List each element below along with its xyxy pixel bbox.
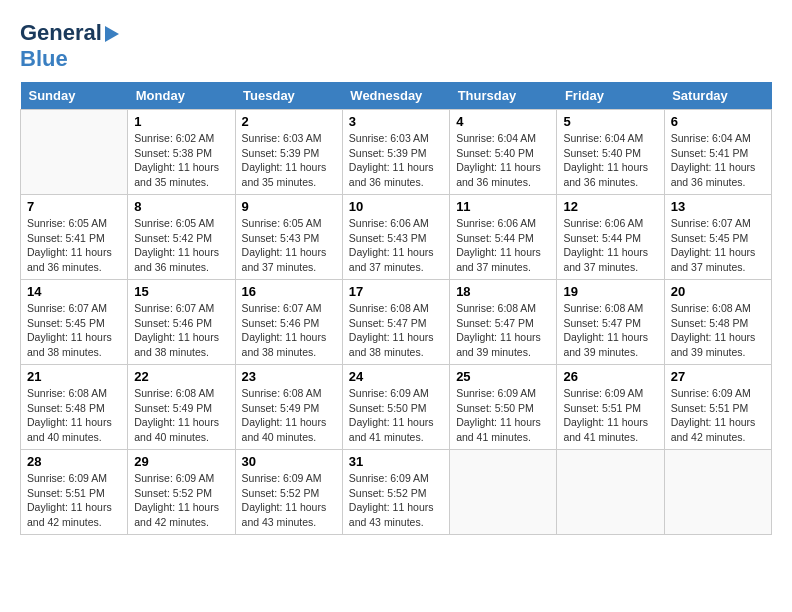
day-info: Sunrise: 6:04 AM Sunset: 5:41 PM Dayligh…	[671, 131, 765, 190]
day-info: Sunrise: 6:03 AM Sunset: 5:39 PM Dayligh…	[349, 131, 443, 190]
day-info: Sunrise: 6:05 AM Sunset: 5:42 PM Dayligh…	[134, 216, 228, 275]
calendar-cell: 3Sunrise: 6:03 AM Sunset: 5:39 PM Daylig…	[342, 110, 449, 195]
calendar-cell: 8Sunrise: 6:05 AM Sunset: 5:42 PM Daylig…	[128, 195, 235, 280]
day-number: 14	[27, 284, 121, 299]
calendar-cell: 11Sunrise: 6:06 AM Sunset: 5:44 PM Dayli…	[450, 195, 557, 280]
day-info: Sunrise: 6:09 AM Sunset: 5:52 PM Dayligh…	[134, 471, 228, 530]
day-info: Sunrise: 6:07 AM Sunset: 5:46 PM Dayligh…	[134, 301, 228, 360]
day-info: Sunrise: 6:09 AM Sunset: 5:50 PM Dayligh…	[349, 386, 443, 445]
calendar-cell: 4Sunrise: 6:04 AM Sunset: 5:40 PM Daylig…	[450, 110, 557, 195]
calendar-cell: 1Sunrise: 6:02 AM Sunset: 5:38 PM Daylig…	[128, 110, 235, 195]
day-info: Sunrise: 6:09 AM Sunset: 5:52 PM Dayligh…	[242, 471, 336, 530]
day-info: Sunrise: 6:09 AM Sunset: 5:50 PM Dayligh…	[456, 386, 550, 445]
logo: General Blue	[20, 20, 119, 72]
day-info: Sunrise: 6:06 AM Sunset: 5:44 PM Dayligh…	[456, 216, 550, 275]
day-number: 31	[349, 454, 443, 469]
calendar-cell: 25Sunrise: 6:09 AM Sunset: 5:50 PM Dayli…	[450, 365, 557, 450]
day-number: 17	[349, 284, 443, 299]
day-number: 6	[671, 114, 765, 129]
day-info: Sunrise: 6:02 AM Sunset: 5:38 PM Dayligh…	[134, 131, 228, 190]
day-info: Sunrise: 6:04 AM Sunset: 5:40 PM Dayligh…	[456, 131, 550, 190]
day-number: 27	[671, 369, 765, 384]
day-number: 22	[134, 369, 228, 384]
header-monday: Monday	[128, 82, 235, 110]
day-number: 3	[349, 114, 443, 129]
day-number: 5	[563, 114, 657, 129]
week-row-4: 21Sunrise: 6:08 AM Sunset: 5:48 PM Dayli…	[21, 365, 772, 450]
day-info: Sunrise: 6:07 AM Sunset: 5:45 PM Dayligh…	[671, 216, 765, 275]
day-number: 9	[242, 199, 336, 214]
calendar-table: SundayMondayTuesdayWednesdayThursdayFrid…	[20, 82, 772, 535]
calendar-cell: 13Sunrise: 6:07 AM Sunset: 5:45 PM Dayli…	[664, 195, 771, 280]
calendar-cell	[664, 450, 771, 535]
day-info: Sunrise: 6:08 AM Sunset: 5:47 PM Dayligh…	[456, 301, 550, 360]
calendar-cell: 19Sunrise: 6:08 AM Sunset: 5:47 PM Dayli…	[557, 280, 664, 365]
week-row-1: 1Sunrise: 6:02 AM Sunset: 5:38 PM Daylig…	[21, 110, 772, 195]
calendar-cell: 5Sunrise: 6:04 AM Sunset: 5:40 PM Daylig…	[557, 110, 664, 195]
day-number: 29	[134, 454, 228, 469]
day-info: Sunrise: 6:09 AM Sunset: 5:51 PM Dayligh…	[27, 471, 121, 530]
calendar-cell: 21Sunrise: 6:08 AM Sunset: 5:48 PM Dayli…	[21, 365, 128, 450]
day-number: 28	[27, 454, 121, 469]
header-saturday: Saturday	[664, 82, 771, 110]
day-number: 25	[456, 369, 550, 384]
day-number: 8	[134, 199, 228, 214]
day-info: Sunrise: 6:08 AM Sunset: 5:47 PM Dayligh…	[349, 301, 443, 360]
calendar-cell: 26Sunrise: 6:09 AM Sunset: 5:51 PM Dayli…	[557, 365, 664, 450]
page-header: General Blue	[20, 20, 772, 72]
calendar-cell: 28Sunrise: 6:09 AM Sunset: 5:51 PM Dayli…	[21, 450, 128, 535]
day-info: Sunrise: 6:08 AM Sunset: 5:48 PM Dayligh…	[671, 301, 765, 360]
day-info: Sunrise: 6:07 AM Sunset: 5:45 PM Dayligh…	[27, 301, 121, 360]
day-number: 12	[563, 199, 657, 214]
calendar-cell: 20Sunrise: 6:08 AM Sunset: 5:48 PM Dayli…	[664, 280, 771, 365]
day-number: 23	[242, 369, 336, 384]
day-info: Sunrise: 6:08 AM Sunset: 5:49 PM Dayligh…	[134, 386, 228, 445]
day-number: 4	[456, 114, 550, 129]
calendar-cell: 22Sunrise: 6:08 AM Sunset: 5:49 PM Dayli…	[128, 365, 235, 450]
day-info: Sunrise: 6:08 AM Sunset: 5:49 PM Dayligh…	[242, 386, 336, 445]
day-number: 16	[242, 284, 336, 299]
header-friday: Friday	[557, 82, 664, 110]
day-info: Sunrise: 6:06 AM Sunset: 5:44 PM Dayligh…	[563, 216, 657, 275]
day-number: 2	[242, 114, 336, 129]
day-info: Sunrise: 6:08 AM Sunset: 5:47 PM Dayligh…	[563, 301, 657, 360]
day-number: 11	[456, 199, 550, 214]
calendar-cell	[557, 450, 664, 535]
calendar-cell: 15Sunrise: 6:07 AM Sunset: 5:46 PM Dayli…	[128, 280, 235, 365]
day-number: 15	[134, 284, 228, 299]
day-number: 7	[27, 199, 121, 214]
calendar-cell: 6Sunrise: 6:04 AM Sunset: 5:41 PM Daylig…	[664, 110, 771, 195]
day-number: 19	[563, 284, 657, 299]
calendar-cell: 17Sunrise: 6:08 AM Sunset: 5:47 PM Dayli…	[342, 280, 449, 365]
header-wednesday: Wednesday	[342, 82, 449, 110]
day-info: Sunrise: 6:09 AM Sunset: 5:51 PM Dayligh…	[671, 386, 765, 445]
calendar-cell: 31Sunrise: 6:09 AM Sunset: 5:52 PM Dayli…	[342, 450, 449, 535]
calendar-cell: 24Sunrise: 6:09 AM Sunset: 5:50 PM Dayli…	[342, 365, 449, 450]
week-row-5: 28Sunrise: 6:09 AM Sunset: 5:51 PM Dayli…	[21, 450, 772, 535]
calendar-cell: 14Sunrise: 6:07 AM Sunset: 5:45 PM Dayli…	[21, 280, 128, 365]
calendar-cell	[450, 450, 557, 535]
day-number: 13	[671, 199, 765, 214]
day-info: Sunrise: 6:04 AM Sunset: 5:40 PM Dayligh…	[563, 131, 657, 190]
calendar-cell: 2Sunrise: 6:03 AM Sunset: 5:39 PM Daylig…	[235, 110, 342, 195]
day-info: Sunrise: 6:03 AM Sunset: 5:39 PM Dayligh…	[242, 131, 336, 190]
logo-blue: Blue	[20, 46, 68, 71]
day-number: 30	[242, 454, 336, 469]
logo-general: General	[20, 20, 102, 46]
calendar-cell: 27Sunrise: 6:09 AM Sunset: 5:51 PM Dayli…	[664, 365, 771, 450]
calendar-cell: 10Sunrise: 6:06 AM Sunset: 5:43 PM Dayli…	[342, 195, 449, 280]
calendar-cell: 12Sunrise: 6:06 AM Sunset: 5:44 PM Dayli…	[557, 195, 664, 280]
week-row-3: 14Sunrise: 6:07 AM Sunset: 5:45 PM Dayli…	[21, 280, 772, 365]
calendar-header-row: SundayMondayTuesdayWednesdayThursdayFrid…	[21, 82, 772, 110]
calendar-cell: 7Sunrise: 6:05 AM Sunset: 5:41 PM Daylig…	[21, 195, 128, 280]
day-info: Sunrise: 6:05 AM Sunset: 5:43 PM Dayligh…	[242, 216, 336, 275]
day-number: 24	[349, 369, 443, 384]
day-info: Sunrise: 6:08 AM Sunset: 5:48 PM Dayligh…	[27, 386, 121, 445]
calendar-cell: 16Sunrise: 6:07 AM Sunset: 5:46 PM Dayli…	[235, 280, 342, 365]
calendar-cell: 18Sunrise: 6:08 AM Sunset: 5:47 PM Dayli…	[450, 280, 557, 365]
day-number: 26	[563, 369, 657, 384]
calendar-cell: 9Sunrise: 6:05 AM Sunset: 5:43 PM Daylig…	[235, 195, 342, 280]
header-sunday: Sunday	[21, 82, 128, 110]
day-info: Sunrise: 6:05 AM Sunset: 5:41 PM Dayligh…	[27, 216, 121, 275]
day-number: 18	[456, 284, 550, 299]
